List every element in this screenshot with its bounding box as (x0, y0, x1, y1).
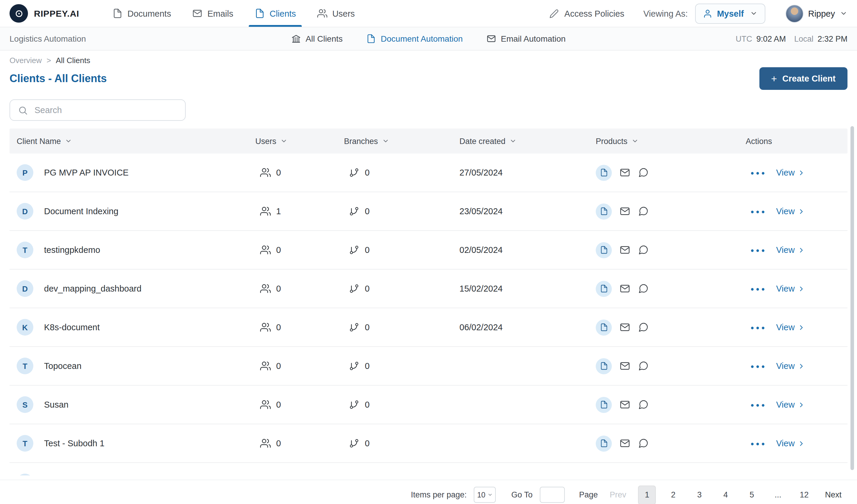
page-number-button[interactable]: 4 (717, 485, 735, 504)
create-client-button[interactable]: + Create Client (759, 67, 847, 90)
profile-menu[interactable]: Rippey (786, 4, 847, 22)
page-number-button[interactable]: 12 (795, 485, 813, 504)
more-options-icon[interactable]: ●●● (751, 324, 767, 331)
branches-cell: 0 (344, 206, 459, 217)
chevron-down-icon (750, 10, 758, 17)
page-number-button[interactable]: ... (769, 485, 787, 504)
nav-item-emails[interactable]: Emails (192, 0, 233, 27)
view-label: View (776, 168, 794, 177)
column-header-users[interactable]: Users (255, 137, 344, 146)
product-email-icon (620, 206, 630, 217)
users-count: 1 (276, 206, 281, 216)
view-link[interactable]: View (776, 206, 805, 216)
product-chat-icon (638, 399, 649, 410)
products-cell (596, 242, 746, 258)
search-input[interactable] (35, 105, 178, 115)
users-cell: 0 (255, 283, 344, 294)
nav-item-users[interactable]: Users (318, 0, 355, 27)
nav-item-clients[interactable]: Clients (255, 0, 296, 27)
prev-page-button[interactable]: Prev (610, 490, 626, 499)
view-link[interactable]: View (776, 245, 805, 255)
product-chat-icon (638, 167, 649, 178)
table-row: P PG MVP AP INVOICE 0 (10, 153, 847, 192)
tab-email-automation[interactable]: Email Automation (487, 34, 566, 44)
chevron-down-icon (840, 10, 847, 17)
actions-cell: ●●● View (746, 400, 847, 409)
products-cell (596, 203, 746, 219)
client-name-cell: K K8s-document (10, 319, 255, 336)
view-link[interactable]: View (776, 361, 805, 371)
tab-label: Email Automation (501, 34, 566, 44)
branches-cell: 0 (344, 322, 459, 333)
column-label: Actions (746, 137, 772, 146)
branches-cell: 0 (344, 245, 459, 255)
users-icon (260, 283, 271, 294)
search-icon (18, 105, 28, 115)
table-row: T Test - Subodh 1 0 (10, 424, 847, 463)
sort-chevron-icon (632, 137, 639, 145)
client-name-cell: D dev_mapping_dashboard (10, 280, 255, 297)
users-icon (260, 167, 271, 178)
tab-document-automation[interactable]: Document Automation (367, 34, 463, 44)
tab-all-clients[interactable]: All Clients (291, 34, 343, 44)
more-options-icon[interactable]: ●●● (751, 169, 767, 176)
items-per-page-select[interactable]: 10 (474, 487, 496, 503)
more-options-icon[interactable]: ●●● (751, 208, 767, 215)
view-link[interactable]: View (776, 284, 805, 293)
product-chat-icon (638, 245, 649, 255)
access-policies-link[interactable]: Access Policies (550, 9, 624, 18)
timezone-display: UTC 9:02 AM Local 2:32 PM (736, 34, 847, 43)
client-name: testingpkdemo (44, 245, 100, 255)
chevron-right-icon (798, 169, 806, 177)
branch-icon (349, 283, 359, 294)
table-row: K K8s-document 0 (10, 308, 847, 347)
nav-label: Users (332, 9, 355, 18)
client-avatar: D (17, 280, 33, 297)
breadcrumb-overview[interactable]: Overview (10, 56, 41, 65)
product-email-icon (620, 245, 630, 255)
column-header-branches[interactable]: Branches (344, 137, 459, 146)
users-icon (318, 8, 327, 18)
utc-time: 9:02 AM (756, 34, 786, 43)
sort-chevron-icon (65, 137, 72, 145)
column-label: Client Name (17, 137, 61, 146)
products-cell (596, 358, 746, 374)
column-header-client-name[interactable]: Client Name (10, 137, 255, 146)
vertical-scrollbar[interactable] (851, 126, 854, 470)
chevron-right-icon (798, 362, 806, 370)
table-row: T testingpkdemo 0 (10, 231, 847, 270)
branches-count: 0 (365, 284, 370, 293)
pagination-bar: Items per page: 10 Go To Page Prev 12345… (0, 480, 857, 504)
plus-icon: + (771, 73, 777, 84)
more-options-icon[interactable]: ●●● (751, 440, 767, 447)
product-chat-icon (638, 322, 649, 333)
client-avatar: S (17, 396, 33, 413)
more-options-icon[interactable]: ●●● (751, 401, 767, 408)
column-header-products[interactable]: Products (596, 137, 746, 146)
users-count: 0 (276, 168, 281, 177)
view-link[interactable]: View (776, 400, 805, 409)
page-number-button[interactable]: 3 (690, 485, 708, 504)
avatar (786, 4, 803, 22)
page-number-button[interactable]: 1 (638, 485, 656, 504)
page-number-button[interactable]: 5 (743, 485, 760, 504)
column-header-date-created[interactable]: Date created (459, 137, 596, 146)
main-content: Overview > All Clients Clients - All Cli… (0, 56, 857, 504)
product-email-icon (620, 360, 630, 371)
more-options-icon[interactable]: ●●● (751, 363, 767, 369)
users-cell: 1 (255, 206, 344, 217)
viewing-as-dropdown[interactable]: Myself (695, 3, 765, 23)
view-link[interactable]: View (776, 322, 805, 332)
view-link[interactable]: View (776, 439, 805, 448)
more-options-icon[interactable]: ●●● (751, 285, 767, 292)
nav-item-documents[interactable]: Documents (113, 0, 171, 27)
brand-logo[interactable] (10, 4, 28, 22)
sort-chevron-icon (281, 137, 288, 145)
page-number-button[interactable]: 2 (664, 485, 682, 504)
client-name: Document Indexing (44, 206, 118, 216)
view-label: View (776, 361, 794, 371)
view-link[interactable]: View (776, 168, 805, 177)
more-options-icon[interactable]: ●●● (751, 247, 767, 253)
goto-page-input[interactable] (540, 487, 565, 503)
next-page-button[interactable]: Next (825, 490, 841, 499)
